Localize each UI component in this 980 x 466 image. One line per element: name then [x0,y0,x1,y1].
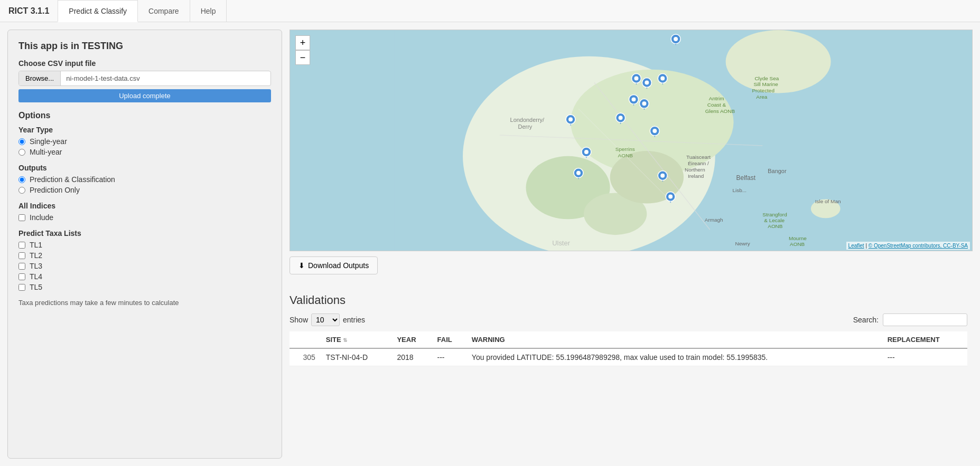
col-header-num [290,331,321,348]
taxa-tl1[interactable]: TL1 [18,241,271,249]
taxa-checkbox-tl2[interactable] [18,252,25,259]
include-checkbox[interactable] [18,214,25,221]
svg-text:AONB: AONB [768,223,783,229]
svg-point-40 [674,37,678,41]
taxa-checkbox-tl1[interactable] [18,242,25,249]
taxa-label-tl5: TL5 [30,283,42,291]
year-radio-label-multi: Multi-year [30,148,62,156]
map-container: Londonderry/ Derry Sperrins AONB Tuaisce… [290,30,973,251]
table-body: 305TST-NI-04-D2018---You provided LATITU… [290,348,967,366]
show-label: Show [290,316,308,324]
svg-point-55 [642,101,646,106]
download-icon: ⬇ [298,261,305,270]
svg-text:AONB: AONB [618,153,633,158]
svg-point-70 [576,171,581,175]
svg-text:Isle of Man: Isle of Man [815,198,841,204]
col-header-replacement: REPLACEMENT [882,331,967,348]
all-indices-group: Include [18,213,271,222]
zoom-in-button[interactable]: + [295,35,310,50]
sort-icon-site: ⇅ [343,337,347,343]
svg-text:Strangford: Strangford [762,212,787,217]
svg-text:Antrim: Antrim [709,96,724,101]
svg-text:Belfast: Belfast [736,174,756,182]
year-radio-multi[interactable] [18,149,25,156]
output-radio-label-pred_only: Prediction Only [30,186,80,194]
svg-text:Clyde Sea: Clyde Sea [754,75,779,81]
taxa-tl2[interactable]: TL2 [18,251,271,260]
taxa-tl3[interactable]: TL3 [18,262,271,270]
include-checkbox-item[interactable]: Include [18,213,271,222]
upload-status: Upload complete [18,89,271,102]
col-header-warning: WARNING [466,331,882,348]
app-brand: RICT 3.1.1 [0,0,58,22]
svg-text:Bangor: Bangor [768,168,787,174]
year-type-group: Single-yearMulti-year [18,137,271,156]
output-radio-pred_class[interactable] [18,176,25,183]
map-zoom-controls: + − [295,35,310,65]
download-label: Download Outputs [308,261,369,270]
leaflet-link[interactable]: Leaflet [848,243,864,249]
nav-tab-predict[interactable]: Predict & Classify [58,0,138,22]
map-attribution: Leaflet | © OpenStreetMap contributors, … [846,242,970,250]
taxa-tl4[interactable]: TL4 [18,272,271,281]
svg-text:Northern: Northern [685,167,705,173]
taxa-note: Taxa predictions may take a few minutes … [18,299,271,307]
nav-tab-help[interactable]: Help [190,0,227,22]
svg-text:Londonderry/: Londonderry/ [510,117,545,123]
download-outputs-button[interactable]: ⬇ Download Outputs [290,256,378,274]
svg-text:Derry: Derry [518,123,533,130]
table-row: 305TST-NI-04-D2018---You provided LATITU… [290,348,967,366]
cell-replacement: --- [882,348,967,366]
svg-point-61 [619,116,623,120]
svg-text:Area: Area [756,94,767,100]
cell-year: 2018 [391,348,432,366]
taxa-group: TL1TL2TL3TL4TL5 [18,241,271,291]
browse-button[interactable]: Browse... [19,71,61,85]
sidebar: This app is in TESTING Choose CSV input … [7,30,282,459]
svg-point-76 [668,195,673,199]
content-area: Londonderry/ Derry Sperrins AONB Tuaisce… [290,22,980,466]
nav-tab-compare[interactable]: Compare [138,0,190,22]
outputs-pred_class[interactable]: Prediction & Classification [18,175,271,184]
osm-link[interactable]: © OpenStreetMap contributors, CC-BY-SA [869,243,968,249]
include-label: Include [30,213,53,222]
taxa-checkbox-tl4[interactable] [18,273,25,280]
taxa-label-tl3: TL3 [30,262,42,270]
year-radio-label-single: Single-year [30,137,67,146]
svg-text:Protected: Protected [752,88,774,93]
svg-text:Ireland: Ireland [688,173,704,179]
map-svg: Londonderry/ Derry Sperrins AONB Tuaisce… [290,30,972,251]
outputs-group: Prediction & ClassificationPrediction On… [18,175,271,194]
svg-point-52 [631,97,636,101]
svg-text:Éireann /: Éireann / [688,160,709,166]
svg-text:Tuaisceart: Tuaisceart [686,154,711,160]
search-input[interactable] [883,313,967,326]
download-section: ⬇ Download Outputs [290,256,973,284]
svg-text:Glens AONB: Glens AONB [705,108,735,114]
year-type-label: Year Type [18,126,271,134]
svg-point-46 [645,81,649,85]
validations-section: Validations Show 102550100 entries Searc… [290,293,973,366]
table-header: SITE⇅YEARFAILWARNINGREPLACEMENT [290,331,967,348]
svg-text:Sperrins: Sperrins [615,146,635,152]
year-type-multi[interactable]: Multi-year [18,148,271,156]
testing-notice: This app is in TESTING [18,41,271,52]
outputs-pred_only[interactable]: Prediction Only [18,186,271,194]
validations-title: Validations [290,293,967,307]
taxa-tl5[interactable]: TL5 [18,283,271,291]
taxa-label-tl2: TL2 [30,251,42,260]
svg-text:Armagh: Armagh [705,217,723,223]
taxa-checkbox-tl5[interactable] [18,284,25,291]
zoom-out-button[interactable]: − [295,50,310,65]
csv-label: Choose CSV input file [18,59,271,68]
output-radio-pred_only[interactable] [18,187,25,194]
taxa-label-tl4: TL4 [30,272,42,281]
file-input-row: Browse... ni-model-1-test-data.csv [18,71,271,86]
cell-num: 305 [290,348,321,366]
taxa-checkbox-tl3[interactable] [18,263,25,270]
col-header-site[interactable]: SITE⇅ [321,331,392,348]
entries-select[interactable]: 102550100 [311,313,340,326]
year-type-single[interactable]: Single-year [18,137,271,146]
year-radio-single[interactable] [18,138,25,145]
svg-point-6 [726,30,831,93]
